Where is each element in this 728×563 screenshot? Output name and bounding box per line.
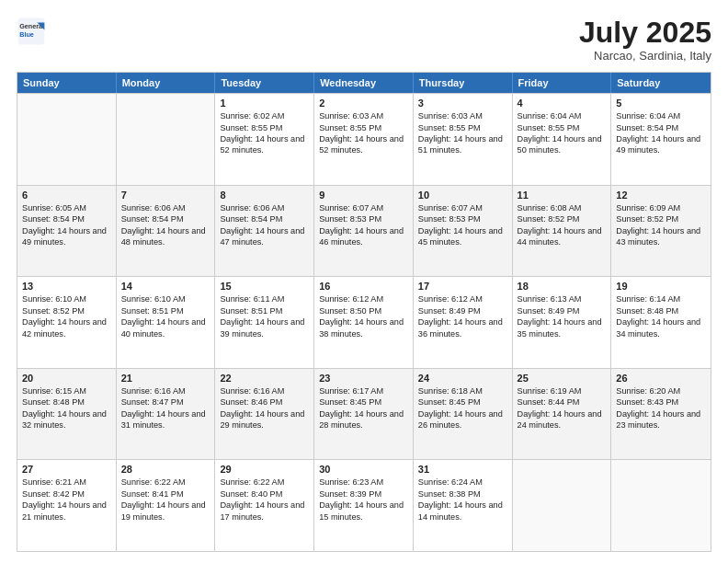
calendar-cell: 26Sunrise: 6:20 AMSunset: 8:43 PMDayligh…: [611, 369, 711, 460]
day-number: 29: [220, 464, 309, 475]
daylight-text: Daylight: 14 hours and 19 minutes.: [121, 500, 210, 523]
daylight-text: Daylight: 14 hours and 21 minutes.: [22, 500, 111, 523]
day-number: 13: [22, 281, 111, 292]
sunset-text: Sunset: 8:54 PM: [220, 213, 309, 224]
title-block: July 2025 Narcao, Sardinia, Italy: [579, 17, 711, 63]
month-year-title: July 2025: [579, 17, 711, 49]
sunrise-text: Sunrise: 6:10 AM: [22, 293, 111, 304]
sunset-text: Sunset: 8:45 PM: [319, 396, 408, 408]
calendar-cell: 17Sunrise: 6:12 AMSunset: 8:49 PMDayligh…: [414, 277, 513, 368]
daylight-text: Daylight: 14 hours and 44 minutes.: [518, 225, 607, 248]
sunrise-text: Sunrise: 6:24 AM: [418, 477, 507, 488]
calendar-cell: 24Sunrise: 6:18 AMSunset: 8:45 PMDayligh…: [414, 369, 513, 460]
calendar-week-5: 27Sunrise: 6:21 AMSunset: 8:42 PMDayligh…: [17, 459, 711, 551]
sunset-text: Sunset: 8:55 PM: [418, 122, 507, 133]
calendar-cell: [17, 94, 117, 185]
day-number: 1: [220, 98, 309, 109]
sunrise-text: Sunrise: 6:19 AM: [518, 385, 607, 396]
calendar-cell: 29Sunrise: 6:22 AMSunset: 8:40 PMDayligh…: [215, 460, 314, 551]
day-number: 28: [121, 464, 210, 475]
sunrise-text: Sunrise: 6:22 AM: [220, 477, 309, 488]
day-number: 12: [616, 190, 706, 201]
calendar-cell: 15Sunrise: 6:11 AMSunset: 8:51 PMDayligh…: [215, 277, 314, 368]
day-number: 2: [319, 98, 408, 109]
daylight-text: Daylight: 14 hours and 26 minutes.: [418, 408, 507, 431]
day-number: 14: [121, 281, 210, 292]
calendar-week-1: 1Sunrise: 6:02 AMSunset: 8:55 PMDaylight…: [17, 93, 711, 185]
sunset-text: Sunset: 8:52 PM: [518, 213, 607, 224]
daylight-text: Daylight: 14 hours and 39 minutes.: [220, 316, 309, 339]
header: General Blue July 2025 Narcao, Sardinia,…: [17, 17, 711, 63]
sunrise-text: Sunrise: 6:05 AM: [22, 202, 111, 213]
sunrise-text: Sunrise: 6:18 AM: [418, 385, 507, 396]
calendar-week-4: 20Sunrise: 6:15 AMSunset: 8:48 PMDayligh…: [17, 368, 711, 460]
sunset-text: Sunset: 8:54 PM: [22, 213, 111, 224]
day-number: 30: [319, 464, 408, 475]
calendar-cell: 18Sunrise: 6:13 AMSunset: 8:49 PMDayligh…: [513, 277, 612, 368]
day-header-friday: Friday: [513, 73, 612, 93]
sunset-text: Sunset: 8:54 PM: [121, 213, 210, 224]
day-number: 31: [418, 464, 507, 475]
sunset-text: Sunset: 8:40 PM: [220, 488, 309, 500]
day-number: 3: [418, 98, 507, 109]
day-number: 18: [518, 281, 607, 292]
sunrise-text: Sunrise: 6:12 AM: [418, 293, 507, 304]
sunrise-text: Sunrise: 6:03 AM: [319, 110, 408, 121]
calendar-cell: 12Sunrise: 6:09 AMSunset: 8:52 PMDayligh…: [611, 186, 711, 277]
day-header-sunday: Sunday: [17, 73, 117, 93]
calendar: SundayMondayTuesdayWednesdayThursdayFrid…: [17, 72, 711, 552]
day-number: 27: [22, 464, 111, 475]
calendar-cell: 16Sunrise: 6:12 AMSunset: 8:50 PMDayligh…: [314, 277, 414, 368]
sunrise-text: Sunrise: 6:06 AM: [220, 202, 309, 213]
calendar-cell: 6Sunrise: 6:05 AMSunset: 8:54 PMDaylight…: [17, 186, 117, 277]
sunrise-text: Sunrise: 6:04 AM: [518, 110, 607, 121]
sunset-text: Sunset: 8:49 PM: [518, 305, 607, 316]
calendar-cell: 4Sunrise: 6:04 AMSunset: 8:55 PMDaylight…: [513, 94, 612, 185]
calendar-cell: 14Sunrise: 6:10 AMSunset: 8:51 PMDayligh…: [117, 277, 216, 368]
calendar-week-2: 6Sunrise: 6:05 AMSunset: 8:54 PMDaylight…: [17, 185, 711, 277]
calendar-cell: 31Sunrise: 6:24 AMSunset: 8:38 PMDayligh…: [414, 460, 513, 551]
calendar-cell: 9Sunrise: 6:07 AMSunset: 8:53 PMDaylight…: [314, 186, 414, 277]
sunrise-text: Sunrise: 6:02 AM: [220, 110, 309, 121]
sunrise-text: Sunrise: 6:12 AM: [319, 293, 408, 304]
calendar-cell: 7Sunrise: 6:06 AMSunset: 8:54 PMDaylight…: [117, 186, 216, 277]
day-header-wednesday: Wednesday: [314, 73, 414, 93]
sunrise-text: Sunrise: 6:21 AM: [22, 477, 111, 488]
calendar-cell: 25Sunrise: 6:19 AMSunset: 8:44 PMDayligh…: [513, 369, 612, 460]
sunrise-text: Sunrise: 6:06 AM: [121, 202, 210, 213]
calendar-cell: 20Sunrise: 6:15 AMSunset: 8:48 PMDayligh…: [17, 369, 117, 460]
sunset-text: Sunset: 8:44 PM: [518, 396, 607, 408]
sunrise-text: Sunrise: 6:20 AM: [616, 385, 706, 396]
daylight-text: Daylight: 14 hours and 17 minutes.: [220, 500, 309, 523]
sunset-text: Sunset: 8:49 PM: [418, 305, 507, 316]
sunrise-text: Sunrise: 6:17 AM: [319, 385, 408, 396]
daylight-text: Daylight: 14 hours and 36 minutes.: [418, 316, 507, 339]
daylight-text: Daylight: 14 hours and 34 minutes.: [616, 316, 706, 339]
sunrise-text: Sunrise: 6:10 AM: [121, 293, 210, 304]
daylight-text: Daylight: 14 hours and 31 minutes.: [121, 408, 210, 431]
sunset-text: Sunset: 8:52 PM: [616, 213, 706, 224]
day-header-monday: Monday: [117, 73, 216, 93]
sunrise-text: Sunrise: 6:13 AM: [518, 293, 607, 304]
day-number: 11: [518, 190, 607, 201]
daylight-text: Daylight: 14 hours and 52 minutes.: [319, 133, 408, 156]
sunset-text: Sunset: 8:42 PM: [22, 488, 111, 500]
calendar-cell: 10Sunrise: 6:07 AMSunset: 8:53 PMDayligh…: [414, 186, 513, 277]
sunrise-text: Sunrise: 6:08 AM: [518, 202, 607, 213]
calendar-week-3: 13Sunrise: 6:10 AMSunset: 8:52 PMDayligh…: [17, 276, 711, 368]
sunset-text: Sunset: 8:55 PM: [319, 122, 408, 133]
sunrise-text: Sunrise: 6:07 AM: [418, 202, 507, 213]
page: General Blue July 2025 Narcao, Sardinia,…: [0, 0, 728, 563]
sunset-text: Sunset: 8:48 PM: [616, 305, 706, 316]
daylight-text: Daylight: 14 hours and 47 minutes.: [220, 225, 309, 248]
calendar-cell: [513, 460, 612, 551]
calendar-cell: 21Sunrise: 6:16 AMSunset: 8:47 PMDayligh…: [117, 369, 216, 460]
sunset-text: Sunset: 8:48 PM: [22, 396, 111, 408]
sunrise-text: Sunrise: 6:07 AM: [319, 202, 408, 213]
daylight-text: Daylight: 14 hours and 24 minutes.: [518, 408, 607, 431]
day-number: 22: [220, 373, 309, 384]
daylight-text: Daylight: 14 hours and 43 minutes.: [616, 225, 706, 248]
daylight-text: Daylight: 14 hours and 23 minutes.: [616, 408, 706, 431]
day-number: 16: [319, 281, 408, 292]
daylight-text: Daylight: 14 hours and 35 minutes.: [518, 316, 607, 339]
